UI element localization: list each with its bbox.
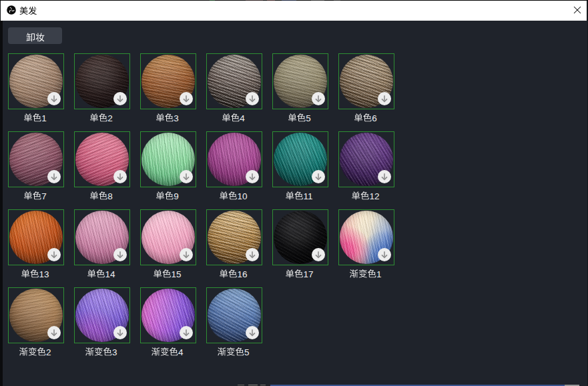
svg-text:1: 1 bbox=[376, 269, 382, 279]
svg-text:1: 1 bbox=[41, 113, 47, 123]
svg-text:3: 3 bbox=[112, 347, 117, 357]
svg-text:10: 10 bbox=[237, 191, 247, 201]
svg-text:11: 11 bbox=[303, 191, 312, 201]
svg-text:4: 4 bbox=[240, 113, 245, 123]
svg-text:9: 9 bbox=[174, 191, 179, 201]
svg-text:12: 12 bbox=[369, 191, 379, 201]
svg-text:14: 14 bbox=[105, 269, 115, 279]
svg-text:3: 3 bbox=[174, 113, 179, 123]
svg-text:5: 5 bbox=[306, 113, 311, 123]
svg-text:15: 15 bbox=[171, 269, 181, 279]
svg-text:16: 16 bbox=[237, 269, 247, 279]
svg-text:8: 8 bbox=[107, 191, 113, 201]
svg-text:4: 4 bbox=[178, 347, 184, 357]
svg-text:2: 2 bbox=[107, 113, 113, 123]
svg-text:17: 17 bbox=[303, 269, 313, 279]
svg-text:5: 5 bbox=[244, 347, 250, 357]
svg-text:6: 6 bbox=[372, 113, 377, 123]
svg-text:13: 13 bbox=[39, 269, 49, 279]
svg-text:7: 7 bbox=[41, 191, 47, 201]
svg-text:2: 2 bbox=[46, 347, 51, 357]
